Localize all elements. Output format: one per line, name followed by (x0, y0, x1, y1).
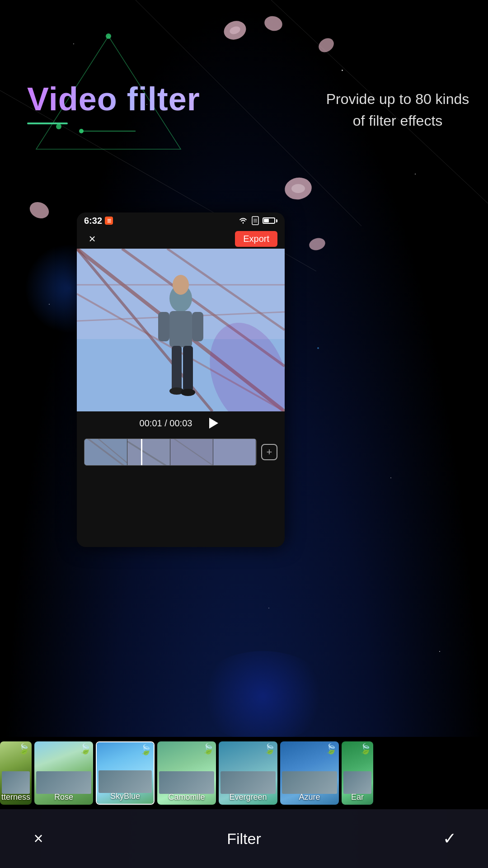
person-silhouette (145, 271, 217, 411)
timeline-frame-1 (84, 439, 127, 465)
filter-item-skyblue[interactable]: 🍃 SkyBlue (96, 741, 155, 805)
filter-label: tterness (0, 793, 32, 802)
svg-point-14 (27, 199, 52, 221)
timeline-frame-2 (127, 439, 170, 465)
leaf-icon: 🍃 (79, 743, 91, 755)
status-bar: 6:32 ☰ (77, 212, 285, 229)
filter-item-rose[interactable]: 🍃 Rose (34, 741, 93, 805)
svg-rect-51 (213, 439, 256, 465)
video-preview (77, 249, 285, 411)
svg-rect-33 (169, 311, 192, 347)
play-button[interactable] (206, 415, 222, 431)
filter-item-ear[interactable]: 🍃 Ear (342, 741, 373, 805)
svg-point-15 (308, 236, 327, 252)
svg-rect-34 (158, 312, 169, 341)
export-button[interactable]: Export (235, 231, 277, 247)
battery-icon (263, 217, 277, 224)
timeline-frame-4 (213, 439, 256, 465)
sim-icon (252, 216, 259, 225)
filter-item-evergreen[interactable]: 🍃 Evergreen (219, 741, 277, 805)
svg-rect-36 (172, 346, 182, 391)
svg-rect-35 (192, 312, 203, 341)
timeline-strip[interactable] (84, 439, 257, 466)
title-underline (27, 123, 68, 124)
svg-point-7 (79, 129, 84, 133)
leaf-icon: 🍃 (359, 743, 371, 755)
status-time: 6:32 ☰ (84, 216, 113, 226)
hero-text-block: Video filter (27, 81, 235, 124)
leaf-icon: 🍃 (325, 743, 337, 755)
petal-2 (262, 14, 285, 36)
status-right (238, 216, 277, 225)
filter-label: Azure (280, 793, 339, 802)
leaf-icon: 🍃 (140, 744, 152, 756)
svg-point-39 (181, 389, 195, 396)
filter-label: Camomile (157, 793, 216, 802)
leaf-icon: 🍃 (263, 743, 276, 755)
filter-label: Evergreen (219, 793, 277, 802)
svg-point-11 (316, 36, 337, 54)
filter-strip: 🍃 tterness 🍃 Rose 🍃 SkyBlue 🍃 Camomile 🍃 (0, 737, 488, 809)
petal-4 (280, 172, 316, 208)
svg-point-32 (173, 275, 189, 295)
petal-5 (27, 199, 52, 223)
hero-subtitle: Provide up to 80 kinds of filter effects (321, 88, 474, 132)
main-title: Video filter (27, 81, 235, 117)
svg-point-13 (291, 184, 305, 193)
leaf-icon: 🍃 (18, 743, 30, 755)
cancel-button[interactable]: × (27, 827, 50, 850)
timeline-frame-3 (170, 439, 213, 465)
phone-mockup: 6:32 ☰ (77, 212, 285, 547)
confirm-button[interactable]: ✓ (438, 827, 461, 850)
svg-rect-37 (183, 346, 193, 391)
filter-label: SkyBlue (97, 792, 154, 801)
video-top-controls: × Export (77, 229, 285, 249)
filter-item-camomile[interactable]: 🍃 Camomile (157, 741, 216, 805)
filter-label: Rose (34, 793, 93, 802)
leaf-icon: 🍃 (202, 743, 214, 755)
petal-3 (316, 36, 337, 56)
timeline-playhead (141, 439, 142, 466)
playback-controls: 00:01 / 00:03 (77, 411, 285, 435)
close-button[interactable]: × (84, 231, 100, 247)
add-clip-button[interactable]: + (261, 444, 277, 460)
svg-rect-46 (127, 439, 170, 465)
bottom-bar: × Filter ✓ (0, 809, 488, 868)
svg-rect-49 (170, 439, 213, 465)
time-display: 00:01 / 00:03 (140, 418, 192, 429)
svg-point-10 (263, 14, 284, 33)
panel-title: Filter (227, 830, 261, 848)
filter-label: Ear (342, 793, 373, 802)
filter-item-azure[interactable]: 🍃 Azure (280, 741, 339, 805)
wifi-icon (238, 217, 248, 224)
notification-icon: ☰ (105, 217, 113, 225)
petal-6 (307, 235, 328, 255)
timeline: + (77, 435, 285, 469)
svg-point-5 (56, 124, 61, 129)
svg-point-4 (106, 33, 111, 39)
filter-item-bitterness[interactable]: 🍃 tterness (0, 741, 32, 805)
petal-1 (221, 18, 249, 45)
svg-rect-43 (84, 439, 127, 465)
